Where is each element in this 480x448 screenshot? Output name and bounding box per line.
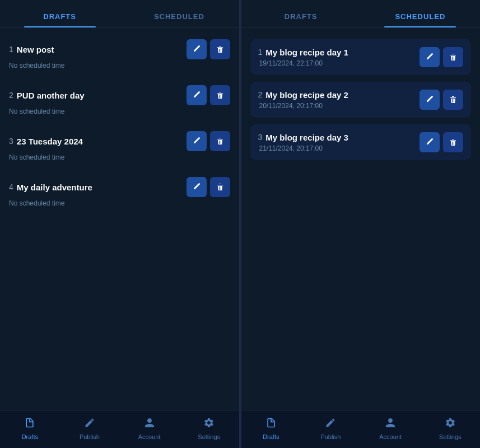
draft-title: My daily adventure — [17, 183, 92, 192]
draft-number: 1 — [9, 45, 13, 54]
delete-button[interactable] — [443, 90, 463, 110]
nav-publish-left[interactable]: Publish — [60, 415, 120, 442]
draft-title-group: 2 PUD another day — [9, 91, 85, 100]
right-bottom-nav: Drafts Publish Account Settings — [241, 410, 481, 448]
draft-item-header: 2 PUD another day — [9, 85, 230, 105]
draft-title: PUD another day — [17, 91, 85, 100]
nav-label-drafts: Drafts — [22, 433, 38, 440]
scheduled-title-group: 3 My blog recipe day 3 — [258, 133, 420, 142]
nav-label-publish: Publish — [320, 433, 341, 440]
drafts-icon — [24, 417, 35, 431]
nav-drafts-left[interactable]: Drafts — [0, 415, 60, 442]
edit-button[interactable] — [187, 85, 207, 105]
delete-button[interactable] — [210, 131, 230, 151]
edit-button[interactable] — [420, 132, 440, 152]
scheduled-title-group: 1 My blog recipe day 1 — [258, 48, 420, 57]
draft-title-group: 4 My daily adventure — [9, 183, 92, 192]
scheduled-time: 19/11/2024, 22:17:00 — [258, 59, 420, 67]
draft-item-header: 4 My daily adventure — [9, 177, 230, 197]
left-content: 1 New post No scheduled time 2 — [0, 28, 239, 410]
account-icon — [144, 417, 155, 431]
scheduled-number: 1 — [258, 48, 263, 57]
nav-settings-left[interactable]: Settings — [179, 415, 239, 442]
publish-icon — [325, 417, 336, 431]
drafts-icon — [265, 417, 277, 431]
nav-label-drafts: Drafts — [263, 433, 279, 440]
draft-item: 1 New post No scheduled time — [9, 39, 230, 69]
scheduled-actions — [420, 132, 463, 152]
tab-drafts-left[interactable]: DRAFTS — [0, 7, 119, 27]
scheduled-number: 2 — [258, 90, 263, 99]
scheduled-info: 3 My blog recipe day 3 21/11/2024, 20:17… — [258, 133, 420, 152]
scheduled-actions — [420, 90, 463, 110]
nav-settings-right[interactable]: Settings — [420, 415, 480, 442]
draft-subtitle: No scheduled time — [9, 108, 230, 115]
scheduled-item: 2 My blog recipe day 2 20/11/2024, 20:17… — [250, 82, 472, 118]
draft-number: 3 — [9, 137, 13, 146]
delete-button[interactable] — [210, 177, 230, 197]
scheduled-time: 20/11/2024, 20:17:00 — [258, 102, 420, 110]
scheduled-title: My blog recipe day 2 — [265, 90, 348, 100]
edit-button[interactable] — [187, 177, 207, 197]
nav-account-left[interactable]: Account — [119, 415, 179, 442]
nav-publish-right[interactable]: Publish — [301, 415, 361, 442]
nav-label-account: Account — [379, 433, 402, 440]
scheduled-info: 1 My blog recipe day 1 19/11/2024, 22:17… — [258, 48, 420, 67]
draft-item: 2 PUD another day No scheduled time — [9, 85, 230, 115]
nav-label-settings: Settings — [439, 433, 462, 440]
left-tab-bar: DRAFTS SCHEDULED — [0, 0, 239, 28]
settings-icon — [203, 417, 215, 431]
draft-subtitle: No scheduled time — [9, 199, 230, 207]
tab-scheduled-right[interactable]: SCHEDULED — [361, 7, 480, 27]
delete-button[interactable] — [443, 132, 463, 152]
tab-drafts-right[interactable]: DRAFTS — [241, 7, 361, 27]
settings-icon — [445, 417, 456, 431]
edit-button[interactable] — [187, 131, 207, 151]
draft-item: 4 My daily adventure No scheduled time — [9, 177, 230, 207]
draft-title-group: 3 23 Tuesday 2024 — [9, 137, 83, 146]
draft-number: 4 — [9, 183, 13, 192]
scheduled-number: 3 — [258, 133, 263, 142]
draft-item-header: 1 New post — [9, 39, 230, 59]
draft-actions — [187, 131, 230, 151]
account-icon — [385, 417, 396, 431]
delete-button[interactable] — [210, 39, 230, 59]
scheduled-item: 3 My blog recipe day 3 21/11/2024, 20:17… — [250, 124, 472, 160]
draft-title: New post — [17, 45, 54, 54]
nav-label-account: Account — [138, 433, 161, 440]
tab-scheduled-left[interactable]: SCHEDULED — [119, 7, 239, 27]
scheduled-item: 1 My blog recipe day 1 19/11/2024, 22:17… — [250, 39, 472, 75]
draft-title: 23 Tuesday 2024 — [17, 137, 83, 146]
right-panel: DRAFTS SCHEDULED 1 My blog recipe day 1 … — [241, 0, 481, 448]
nav-account-right[interactable]: Account — [361, 415, 421, 442]
draft-subtitle: No scheduled time — [9, 62, 230, 69]
right-content: 1 My blog recipe day 1 19/11/2024, 22:17… — [241, 28, 481, 410]
nav-drafts-right[interactable]: Drafts — [241, 415, 301, 442]
left-bottom-nav: Drafts Publish Account Settings — [0, 410, 239, 448]
scheduled-title: My blog recipe day 1 — [265, 48, 348, 57]
draft-subtitle: No scheduled time — [9, 153, 230, 161]
scheduled-actions — [420, 47, 463, 67]
nav-label-settings: Settings — [198, 433, 220, 440]
draft-number: 2 — [9, 91, 13, 100]
edit-button[interactable] — [420, 90, 440, 110]
delete-button[interactable] — [443, 47, 463, 67]
edit-button[interactable] — [187, 39, 207, 59]
draft-actions — [187, 85, 230, 105]
draft-actions — [187, 39, 230, 59]
draft-title-group: 1 New post — [9, 45, 54, 54]
scheduled-time: 21/11/2024, 20:17:00 — [258, 144, 420, 152]
delete-button[interactable] — [210, 85, 230, 105]
publish-icon — [84, 417, 95, 431]
edit-button[interactable] — [420, 47, 440, 67]
scheduled-info: 2 My blog recipe day 2 20/11/2024, 20:17… — [258, 90, 420, 110]
right-tab-bar: DRAFTS SCHEDULED — [241, 0, 481, 28]
draft-item: 3 23 Tuesday 2024 No scheduled time — [9, 131, 230, 161]
scheduled-title-group: 2 My blog recipe day 2 — [258, 90, 420, 100]
draft-item-header: 3 23 Tuesday 2024 — [9, 131, 230, 151]
draft-actions — [187, 177, 230, 197]
scheduled-title: My blog recipe day 3 — [265, 133, 348, 142]
nav-label-publish: Publish — [80, 433, 100, 440]
left-panel: DRAFTS SCHEDULED 1 New post N — [0, 0, 239, 448]
